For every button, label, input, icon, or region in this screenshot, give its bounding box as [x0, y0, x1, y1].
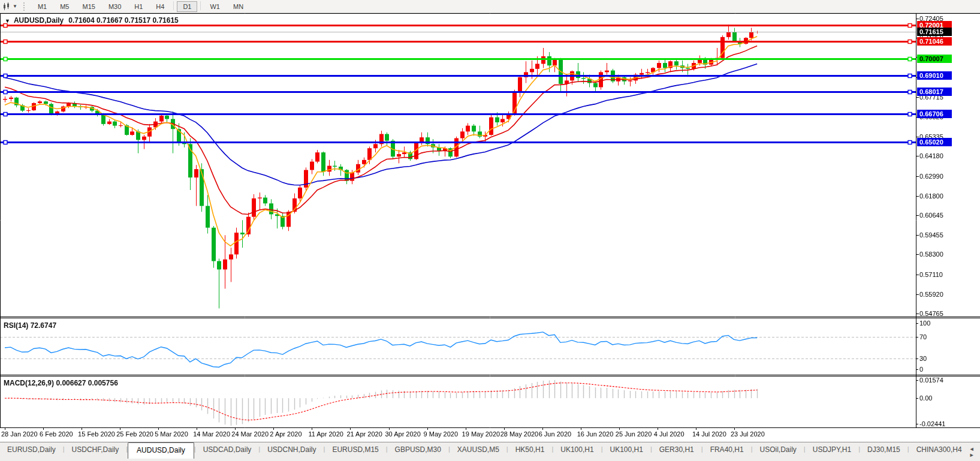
chevron-down-icon: ▼: [13, 4, 17, 9]
timeframe-buttons: M1M5M15M30H1H4D1W1MN: [31, 1, 250, 12]
chart-tab-bar: EURUSD,Daily|USDCHF,Daily|AUDUSD,Daily|U…: [0, 442, 980, 461]
chart-tab-audusd-daily[interactable]: AUDUSD,Daily: [128, 442, 194, 459]
rsi-axis-label: 0: [919, 366, 923, 373]
macd-values: 0.006627 0.005756: [56, 379, 117, 387]
macd-axis-label: -0.02441: [919, 420, 945, 427]
date-label: 9 May 2020: [424, 430, 458, 438]
price-axis-tick: 0.61800: [919, 192, 943, 200]
price-axis-tick: 0.60645: [919, 212, 943, 219]
timeframe-button-m1[interactable]: M1: [32, 1, 53, 12]
date-label: 11 Apr 2020: [308, 430, 343, 438]
date-label: 14 Mar 2020: [193, 430, 230, 438]
price-axis-tick: 0.59455: [919, 231, 943, 239]
chart-tab-dj30-m15[interactable]: DJ30,M15: [860, 443, 907, 457]
chevron-down-icon[interactable]: ▼: [5, 18, 10, 24]
date-label: 2 Apr 2020: [270, 430, 301, 438]
rsi-axis-label: 30: [919, 355, 927, 362]
macd-axis-label: 0.01574: [919, 376, 943, 384]
chart-tab-uk100-h1[interactable]: UK100,H1: [553, 443, 601, 457]
macd-axis-label: 0.00: [919, 394, 932, 402]
ohlc-values: 0.71604 0.71667 0.71517 0.71615: [68, 16, 179, 25]
candlestick-chart-icon[interactable]: ▼: [2, 2, 17, 11]
chart-tab-xauusd-m5[interactable]: XAUUSD,M5: [450, 443, 506, 457]
price-axis-tick: 0.64180: [919, 152, 943, 159]
chart-title: ▼AUDUSD,Daily0.71604 0.71667 0.71517 0.7…: [5, 16, 179, 25]
toolbar-separator: [173, 1, 174, 10]
date-label: 25 Jun 2020: [616, 430, 652, 438]
date-label: 6 Feb 2020: [40, 430, 73, 438]
toolbar-separator: [200, 1, 201, 10]
toolbar-grip[interactable]: [23, 2, 26, 11]
level-price-badge: 0.68017: [917, 88, 952, 96]
mt4-chart-window: ▼ M1M5M15M30H1H4D1W1MN ▼AUDUSD,Daily0.71…: [0, 0, 980, 461]
level-price-badge: 0.69010: [917, 71, 952, 80]
chart-tab-usoil-daily[interactable]: USOil,Daily: [753, 443, 804, 457]
price-axis-tick: 0.57110: [919, 271, 943, 278]
timeframe-button-mn[interactable]: MN: [227, 1, 249, 12]
date-label: 21 Apr 2020: [346, 430, 382, 438]
chart-tab-usdcad-daily[interactable]: USDCAD,Daily: [196, 443, 259, 457]
date-label: 23 Jul 2020: [731, 430, 765, 438]
price-axis-tick: 0.55920: [919, 291, 943, 298]
price-axis-tick: 0.62990: [919, 173, 943, 180]
chart-tab-usdcnh-daily[interactable]: USDCNH,Daily: [260, 443, 323, 457]
date-label: 25 Feb 2020: [116, 430, 153, 438]
symbol-period-label: AUDUSD,Daily: [14, 16, 64, 25]
chart-tab-usdchf-daily[interactable]: USDCHF,Daily: [65, 443, 126, 457]
timeframe-button-m15[interactable]: M15: [76, 1, 101, 12]
date-label: 28 May 2020: [500, 430, 539, 438]
date-label: 15 Feb 2020: [78, 430, 115, 438]
rsi-axis-label: 100: [919, 320, 930, 327]
rsi-axis-label: 70: [919, 333, 927, 341]
chart-tab-fra40-h1[interactable]: FRA40,H1: [703, 443, 751, 457]
tab-scroll-arrows[interactable]: ◄ ►: [969, 446, 977, 458]
timeframe-button-m30[interactable]: M30: [102, 1, 127, 12]
level-price-badge: 0.71046: [917, 37, 952, 46]
date-label: 6 Jun 2020: [539, 430, 571, 438]
date-label: 24 Mar 2020: [231, 430, 269, 438]
date-label: 14 Jul 2020: [692, 430, 726, 438]
chart-tab-hk50-h1[interactable]: HK50,H1: [508, 443, 552, 457]
date-label: 19 May 2020: [462, 430, 500, 438]
chart-tab-gbpusd-m30[interactable]: GBPUSD,M30: [388, 443, 448, 457]
timeframe-button-h4[interactable]: H4: [150, 1, 170, 12]
rsi-value: 72.6747: [31, 321, 56, 330]
timeframe-toolbar: ▼ M1M5M15M30H1H4D1W1MN: [0, 0, 980, 13]
macd-label: MACD(12,26,9) 0.006627 0.005756: [4, 379, 118, 387]
current-price-badge: 0.71615: [917, 28, 952, 36]
chart-tab-uk100-h1[interactable]: UK100,H1: [603, 443, 650, 457]
chart-tab-eurusd-m15[interactable]: EURUSD,M15: [325, 443, 385, 457]
rsi-label: RSI(14) 72.6747: [4, 321, 56, 330]
chart-canvas[interactable]: [0, 0, 980, 461]
chart-tab-china300-h4[interactable]: CHINA300,H4: [909, 443, 969, 457]
level-price-badge: 0.70007: [917, 55, 952, 63]
chart-tab-usdjpy-h1[interactable]: USDJPY,H1: [806, 443, 858, 457]
timeframe-button-m5[interactable]: M5: [54, 1, 75, 12]
timeframe-button-h1[interactable]: H1: [128, 1, 149, 12]
chart-tab-ger30-h1[interactable]: GER30,H1: [652, 443, 701, 457]
chart-tab-eurusd-daily[interactable]: EURUSD,Daily: [0, 443, 63, 457]
date-label: 16 Jun 2020: [577, 430, 614, 438]
level-price-badge: 0.65020: [917, 138, 952, 146]
date-label: 4 Jul 2020: [654, 430, 685, 438]
price-axis-tick: 0.54765: [919, 310, 943, 317]
level-price-badge: 0.66706: [917, 110, 952, 118]
date-label: 5 Mar 2020: [155, 430, 188, 438]
timeframe-button-w1[interactable]: W1: [204, 1, 226, 12]
price-axis-tick: 0.58300: [919, 251, 943, 258]
date-label: 28 Jan 2020: [1, 430, 38, 438]
timeframe-button-d1[interactable]: D1: [177, 1, 197, 12]
date-label: 30 Apr 2020: [385, 430, 421, 438]
